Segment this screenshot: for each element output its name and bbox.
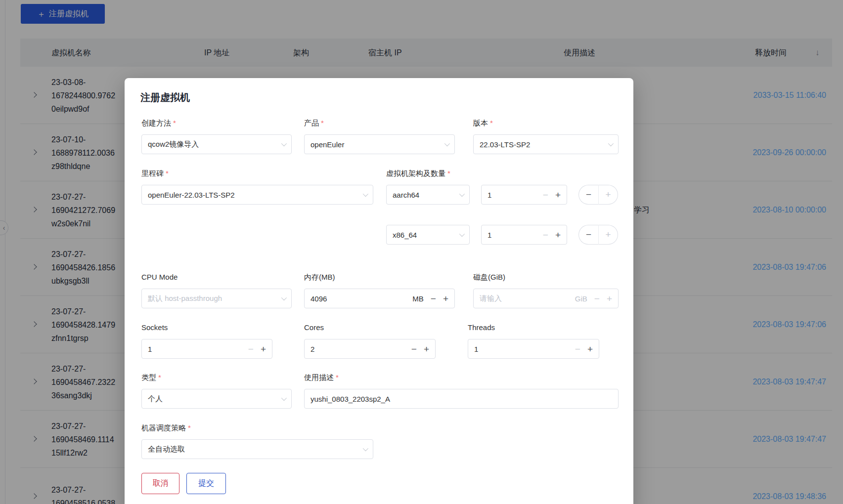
arch-count-input-1[interactable]: 1 − + — [481, 185, 567, 205]
field-arch-1: 虚拟机架构及数量* aarch64 1 − + − + — [386, 169, 619, 205]
chevron-down-icon — [363, 446, 368, 451]
increase-icon[interactable]: + — [424, 344, 429, 354]
field-disk: 磁盘(GiB) 请输入 GiB − + — [473, 273, 619, 308]
decrease-icon[interactable]: − — [594, 294, 600, 303]
remove-arch-row-button[interactable]: − — [578, 225, 598, 245]
chevron-down-icon — [459, 191, 465, 197]
create-method-select[interactable]: qcow2镜像导入 — [141, 134, 292, 154]
chevron-down-icon — [281, 141, 287, 146]
chevron-down-icon — [281, 395, 287, 401]
submit-button[interactable]: 提交 — [186, 473, 226, 494]
version-select[interactable]: 22.03-LTS-SP2 — [473, 134, 619, 154]
field-label: 类型 — [141, 373, 156, 381]
field-memory: 内存(MB) 4096 MB − + — [304, 273, 455, 308]
chevron-down-icon — [608, 141, 614, 146]
increase-icon[interactable]: + — [555, 190, 561, 200]
memory-input[interactable]: 4096 MB − + — [304, 289, 455, 308]
increase-icon[interactable]: + — [261, 344, 266, 354]
field-type: 类型* 个人 — [141, 373, 292, 409]
required-mark: * — [447, 169, 450, 177]
field-schedule-policy: 机器调度策略* 全自动选取 — [141, 423, 373, 459]
chevron-down-icon — [363, 191, 368, 197]
field-label: Sockets — [141, 323, 168, 332]
field-sockets: Sockets 1 − + — [141, 323, 272, 359]
field-milestone: 里程碑* openEuler-22.03-LTS-SP2 — [141, 169, 373, 205]
cores-input[interactable]: 2 − + — [304, 339, 436, 359]
decrease-icon[interactable]: − — [411, 344, 417, 354]
increase-icon[interactable]: + — [607, 294, 612, 303]
decrease-icon[interactable]: − — [543, 230, 548, 240]
field-label: 机器调度策略 — [141, 423, 186, 432]
field-label: Threads — [468, 323, 495, 332]
disk-unit: GiB — [575, 294, 587, 303]
increase-icon[interactable]: + — [443, 294, 448, 303]
type-select[interactable]: 个人 — [141, 389, 292, 409]
field-label: CPU Mode — [141, 273, 177, 281]
field-cpu-mode: CPU Mode 默认 host-passthrough — [141, 273, 292, 308]
cancel-button[interactable]: 取消 — [141, 473, 179, 494]
required-mark: * — [321, 119, 324, 127]
field-threads: Threads 1 − + — [468, 323, 599, 359]
cpu-mode-select[interactable]: 默认 host-passthrough — [141, 289, 292, 308]
description-input[interactable]: yushi_0803_2203sp2_A — [304, 389, 619, 409]
field-label: 版本 — [473, 119, 488, 127]
arch-row-buttons: − + — [578, 225, 618, 245]
chevron-down-icon — [444, 141, 450, 146]
sockets-input[interactable]: 1 − + — [141, 339, 272, 359]
decrease-icon[interactable]: − — [248, 344, 254, 354]
chevron-down-icon — [281, 295, 287, 300]
field-label: 创建方法 — [141, 119, 171, 127]
arch-select-2[interactable]: x86_64 — [386, 225, 470, 245]
field-label: 虚拟机架构及数量 — [386, 169, 445, 177]
milestone-select[interactable]: openEuler-22.03-LTS-SP2 — [141, 185, 373, 205]
required-mark: * — [188, 423, 191, 432]
required-mark: * — [158, 373, 161, 381]
field-description: 使用描述* yushi_0803_2203sp2_A — [304, 373, 619, 409]
decrease-icon[interactable]: − — [431, 294, 436, 303]
schedule-policy-select[interactable]: 全自动选取 — [141, 439, 373, 459]
required-mark: * — [336, 373, 339, 381]
required-mark: * — [166, 169, 169, 177]
register-vm-modal: 注册虚拟机 创建方法* qcow2镜像导入 产品* openEuler 版本* … — [125, 78, 633, 504]
field-label: 内存(MB) — [304, 273, 335, 281]
required-mark: * — [173, 119, 176, 127]
add-arch-row-button[interactable]: + — [598, 225, 618, 245]
field-product: 产品* openEuler — [304, 119, 455, 154]
field-label: 里程碑 — [141, 169, 164, 177]
arch-row-buttons: − + — [578, 185, 618, 205]
product-select[interactable]: openEuler — [304, 134, 455, 154]
remove-arch-row-button[interactable]: − — [578, 185, 598, 205]
field-create-method: 创建方法* qcow2镜像导入 — [141, 119, 292, 154]
field-label: 产品 — [304, 119, 319, 127]
required-mark: * — [490, 119, 493, 127]
decrease-icon[interactable]: − — [543, 190, 548, 200]
threads-input[interactable]: 1 − + — [468, 339, 599, 359]
chevron-down-icon — [459, 231, 465, 237]
disk-input[interactable]: 请输入 GiB − + — [473, 289, 619, 308]
field-label: 使用描述 — [304, 373, 334, 381]
field-version: 版本* 22.03-LTS-SP2 — [473, 119, 619, 154]
field-cores: Cores 2 − + — [304, 323, 436, 359]
arch-count-input-2[interactable]: 1 − + — [481, 225, 567, 245]
modal-title: 注册虚拟机 — [140, 91, 190, 104]
increase-icon[interactable]: + — [555, 230, 561, 240]
add-arch-row-button[interactable]: + — [598, 185, 618, 205]
field-arch-2: x86_64 1 − + − + — [386, 225, 619, 245]
field-label: Cores — [304, 323, 324, 332]
increase-icon[interactable]: + — [587, 344, 593, 354]
arch-select-1[interactable]: aarch64 — [386, 185, 470, 205]
memory-unit: MB — [412, 294, 424, 303]
field-label: 磁盘(GiB) — [473, 273, 505, 281]
decrease-icon[interactable]: − — [575, 344, 580, 354]
